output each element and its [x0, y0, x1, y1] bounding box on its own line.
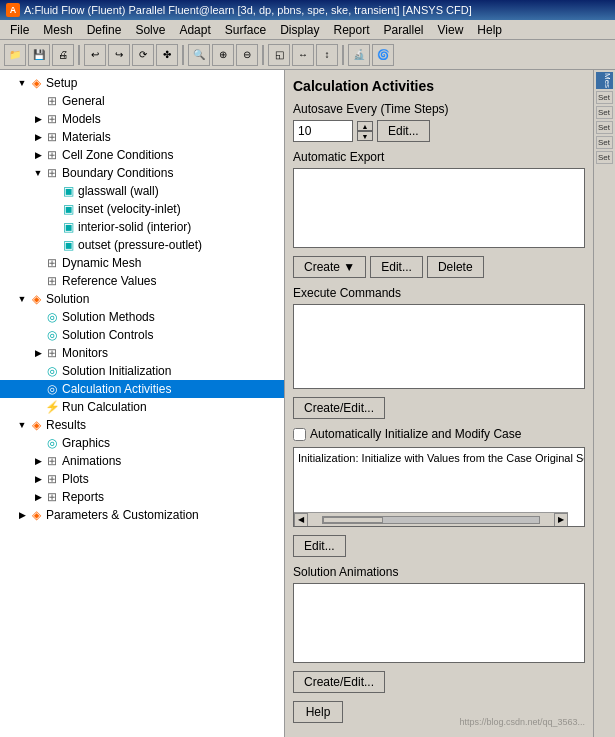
init-edit-button[interactable]: Edit... [293, 535, 346, 557]
toggle-cell-zone[interactable]: ▶ [32, 149, 44, 161]
toolbar-btn-8[interactable]: 🔍 [188, 44, 210, 66]
toolbar-btn-2[interactable]: 💾 [28, 44, 50, 66]
title-bar: A A:Fluid Flow (Fluent) Parallel Fluent@… [0, 0, 615, 20]
menu-report[interactable]: Report [327, 22, 375, 37]
tree-item-glasswall[interactable]: ▣ glasswall (wall) [0, 182, 284, 200]
tree-item-boundary[interactable]: ▼ ⊞ Boundary Conditions [0, 164, 284, 182]
help-button[interactable]: Help [293, 701, 343, 723]
tree-item-interior-solid[interactable]: ▣ interior-solid (interior) [0, 218, 284, 236]
toggle-reports[interactable]: ▶ [32, 491, 44, 503]
tree-item-cell-zone[interactable]: ▶ ⊞ Cell Zone Conditions [0, 146, 284, 164]
toolbar-btn-3[interactable]: 🖨 [52, 44, 74, 66]
side-btn-3[interactable]: Set [596, 121, 613, 134]
menu-solve[interactable]: Solve [129, 22, 171, 37]
scroll-track[interactable] [322, 516, 540, 524]
menu-surface[interactable]: Surface [219, 22, 272, 37]
tree-item-solution-controls[interactable]: ◎ Solution Controls [0, 326, 284, 344]
scroll-thumb[interactable] [323, 517, 383, 523]
menu-parallel[interactable]: Parallel [378, 22, 430, 37]
tree-item-dynamic-mesh[interactable]: ⊞ Dynamic Mesh [0, 254, 284, 272]
tree-label-dynamic-mesh: Dynamic Mesh [62, 256, 141, 270]
tree-item-plots[interactable]: ▶ ⊞ Plots [0, 470, 284, 488]
reports-icon: ⊞ [44, 489, 60, 505]
toolbar-btn-6[interactable]: ⟳ [132, 44, 154, 66]
tree-item-parameters[interactable]: ▶ ◈ Parameters & Customization [0, 506, 284, 524]
tree-item-monitors[interactable]: ▶ ⊞ Monitors [0, 344, 284, 362]
auto-init-checkbox[interactable] [293, 428, 306, 441]
tree-item-results[interactable]: ▼ ◈ Results [0, 416, 284, 434]
spinner-down[interactable]: ▼ [357, 131, 373, 141]
tree-item-solution-initialization[interactable]: ◎ Solution Initialization [0, 362, 284, 380]
toggle-materials[interactable]: ▶ [32, 131, 44, 143]
toggle-boundary[interactable]: ▼ [32, 167, 44, 179]
toolbar-btn-9[interactable]: ⊕ [212, 44, 234, 66]
toggle-parameters[interactable]: ▶ [16, 509, 28, 521]
toggle-animations[interactable]: ▶ [32, 455, 44, 467]
tree-item-animations[interactable]: ▶ ⊞ Animations [0, 452, 284, 470]
side-btn-5[interactable]: Set [596, 151, 613, 164]
tree-item-general[interactable]: ⊞ General [0, 92, 284, 110]
autosave-input[interactable] [293, 120, 353, 142]
menu-mesh[interactable]: Mesh [37, 22, 78, 37]
execute-create-edit-button[interactable]: Create/Edit... [293, 397, 385, 419]
execute-commands-list[interactable] [293, 304, 585, 389]
toolbar-btn-7[interactable]: ✤ [156, 44, 178, 66]
scroll-left[interactable]: ◀ [294, 513, 308, 527]
menu-define[interactable]: Define [81, 22, 128, 37]
toggle-results[interactable]: ▼ [16, 419, 28, 431]
tree-item-setup[interactable]: ▼ ◈ Setup [0, 74, 284, 92]
tree-item-solution[interactable]: ▼ ◈ Solution [0, 290, 284, 308]
tree-item-reports[interactable]: ▶ ⊞ Reports [0, 488, 284, 506]
delete-button[interactable]: Delete [427, 256, 484, 278]
tree-item-solution-methods[interactable]: ◎ Solution Methods [0, 308, 284, 326]
toggle-models[interactable]: ▶ [32, 113, 44, 125]
tree-item-outset[interactable]: ▣ outset (pressure-outlet) [0, 236, 284, 254]
tree-label-calculation-activities: Calculation Activities [62, 382, 171, 396]
results-icon: ◈ [28, 417, 44, 433]
horizontal-scrollbar[interactable]: ◀ ▶ [294, 512, 568, 526]
toolbar-btn-13[interactable]: ↕ [316, 44, 338, 66]
execute-button-row: Create/Edit... [293, 397, 585, 419]
animations-create-edit-button[interactable]: Create/Edit... [293, 671, 385, 693]
tree-item-inset[interactable]: ▣ inset (velocity-inlet) [0, 200, 284, 218]
create-button[interactable]: Create ▼ [293, 256, 366, 278]
toggle-solution[interactable]: ▼ [16, 293, 28, 305]
toolbar-btn-10[interactable]: ⊖ [236, 44, 258, 66]
models-icon: ⊞ [44, 111, 60, 127]
toolbar-btn-1[interactable]: 📁 [4, 44, 26, 66]
side-btn-1[interactable]: Set [596, 91, 613, 104]
tree-item-calculation-activities[interactable]: ◎ Calculation Activities [0, 380, 284, 398]
scroll-right[interactable]: ▶ [554, 513, 568, 527]
tree-item-run-calculation[interactable]: ⚡ Run Calculation [0, 398, 284, 416]
menu-file[interactable]: File [4, 22, 35, 37]
toolbar-btn-15[interactable]: 🌀 [372, 44, 394, 66]
toolbar-btn-11[interactable]: ◱ [268, 44, 290, 66]
toolbar-btn-4[interactable]: ↩ [84, 44, 106, 66]
toggle-plots[interactable]: ▶ [32, 473, 44, 485]
monitors-icon: ⊞ [44, 345, 60, 361]
tree-item-materials[interactable]: ▶ ⊞ Materials [0, 128, 284, 146]
toggle-monitors[interactable]: ▶ [32, 347, 44, 359]
toolbar-btn-14[interactable]: 🔬 [348, 44, 370, 66]
tree-item-models[interactable]: ▶ ⊞ Models [0, 110, 284, 128]
side-tab-mes[interactable]: Mes [596, 72, 613, 89]
tree-item-graphics[interactable]: ◎ Graphics [0, 434, 284, 452]
side-btn-4[interactable]: Set [596, 136, 613, 149]
toolbar-btn-12[interactable]: ↔ [292, 44, 314, 66]
auto-init-checkbox-row: Automatically Initialize and Modify Case [293, 427, 585, 441]
tree-label-inset: inset (velocity-inlet) [78, 202, 181, 216]
toggle-general [32, 95, 44, 107]
menu-adapt[interactable]: Adapt [173, 22, 216, 37]
autosave-edit-button[interactable]: Edit... [377, 120, 430, 142]
side-btn-2[interactable]: Set [596, 106, 613, 119]
export-edit-button[interactable]: Edit... [370, 256, 423, 278]
toolbar-btn-5[interactable]: ↪ [108, 44, 130, 66]
menu-help[interactable]: Help [471, 22, 508, 37]
solution-animations-list[interactable] [293, 583, 585, 663]
menu-display[interactable]: Display [274, 22, 325, 37]
tree-item-reference-values[interactable]: ⊞ Reference Values [0, 272, 284, 290]
spinner-up[interactable]: ▲ [357, 121, 373, 131]
toggle-setup[interactable]: ▼ [16, 77, 28, 89]
menu-view[interactable]: View [432, 22, 470, 37]
automatic-export-list[interactable] [293, 168, 585, 248]
